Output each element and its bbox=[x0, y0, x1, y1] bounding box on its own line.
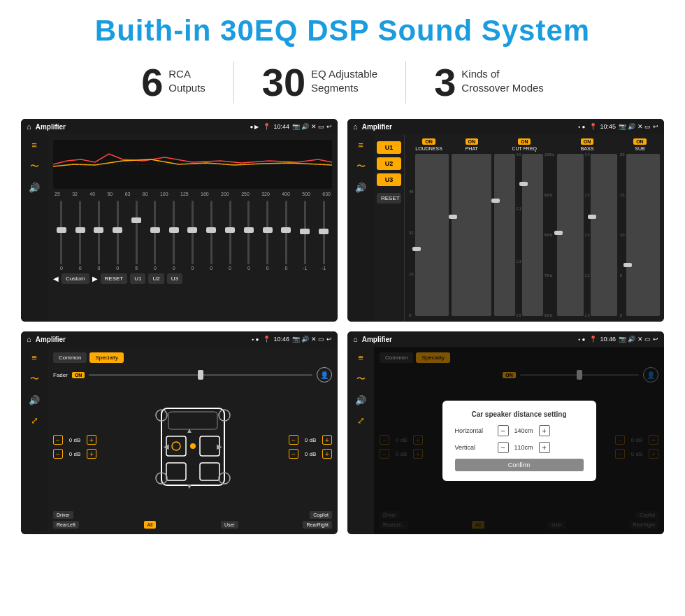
vol-minus-rr[interactable]: − bbox=[289, 449, 298, 459]
custom-preset-btn[interactable]: Custom bbox=[62, 273, 89, 284]
home-icon-2[interactable]: ⌂ bbox=[353, 122, 358, 131]
volume-icon-3[interactable]: 🔊 bbox=[29, 395, 40, 406]
eq-slider-8[interactable]: 0 bbox=[203, 201, 219, 271]
stat-label-rca: RCA Outputs bbox=[168, 63, 206, 94]
phat-slider[interactable] bbox=[452, 154, 491, 316]
wave-icon-4[interactable]: 〜 bbox=[356, 373, 366, 385]
status-icons-4: 📍 10:46 📷 🔊 ✕ ▭ ↩ bbox=[589, 336, 658, 343]
dialog-overlay: Car speaker distance setting Horizontal … bbox=[374, 347, 664, 534]
volume-icon-4[interactable]: 🔊 bbox=[355, 395, 366, 406]
specialty-tab[interactable]: Specialty bbox=[89, 352, 123, 363]
bass-slider-g[interactable] bbox=[591, 154, 616, 316]
sub-on[interactable]: ON bbox=[633, 138, 647, 145]
screenshots-grid: ⌂ Amplifier ● ▶ 📍 10:44 📷 🔊 ✕ ▭ ↩ ≡ 〜 🔊 bbox=[21, 119, 664, 534]
u1-btn-1[interactable]: U1 bbox=[130, 273, 145, 284]
vol-plus-fr[interactable]: + bbox=[322, 435, 332, 445]
vol-plus-fl[interactable]: + bbox=[87, 435, 96, 445]
svg-point-8 bbox=[190, 443, 196, 449]
arrows-icon-3[interactable]: ⤢ bbox=[31, 415, 38, 426]
fader-main: Common Specialty Fader ON 👤 bbox=[48, 347, 338, 534]
vertical-plus[interactable]: + bbox=[539, 442, 550, 453]
wave-icon-2[interactable]: 〜 bbox=[356, 160, 366, 173]
eq-slider-0[interactable]: 0 bbox=[53, 201, 70, 271]
vol-minus-rl[interactable]: − bbox=[53, 449, 63, 459]
home-icon-1[interactable]: ⌂ bbox=[27, 122, 31, 131]
eq-icon-2[interactable]: ≡ bbox=[358, 140, 363, 150]
vol-plus-rr[interactable]: + bbox=[322, 449, 332, 459]
vertical-minus[interactable]: − bbox=[498, 442, 509, 453]
svg-text:▲: ▲ bbox=[186, 427, 193, 434]
vol-value-rr: 0 dB bbox=[301, 451, 320, 457]
volume-icon-2[interactable]: 🔊 bbox=[355, 182, 366, 193]
wave-icon[interactable]: 〜 bbox=[30, 160, 39, 173]
eq-slider-14[interactable]: -1 bbox=[315, 201, 332, 271]
horizontal-minus[interactable]: − bbox=[498, 425, 509, 436]
volume-icon-1[interactable]: 🔊 bbox=[29, 182, 40, 193]
home-icon-4[interactable]: ⌂ bbox=[353, 335, 358, 343]
vol-minus-fr[interactable]: − bbox=[289, 435, 298, 445]
prev-arrow[interactable]: ◀ bbox=[53, 275, 59, 282]
bass-on[interactable]: ON bbox=[581, 138, 594, 145]
horizontal-plus[interactable]: + bbox=[539, 425, 550, 436]
app-name-3: Amplifier bbox=[36, 336, 248, 343]
eq-slider-2[interactable]: 0 bbox=[91, 201, 108, 271]
eq-icon-3[interactable]: ≡ bbox=[31, 352, 37, 363]
eq-slider-6[interactable]: 0 bbox=[166, 201, 182, 271]
sub-slider[interactable] bbox=[626, 154, 660, 316]
user-icon[interactable]: 👤 bbox=[317, 367, 332, 382]
rearright-btn[interactable]: RearRight bbox=[303, 521, 332, 529]
eq-icon-4[interactable]: ≡ bbox=[358, 352, 363, 363]
eq-slider-13[interactable]: -1 bbox=[296, 201, 313, 271]
reset-btn-2[interactable]: RESET bbox=[377, 193, 401, 203]
bass-slider-f[interactable] bbox=[557, 154, 583, 316]
driver-btn[interactable]: Driver bbox=[53, 511, 73, 519]
common-tab[interactable]: Common bbox=[53, 352, 87, 363]
loudness-on[interactable]: ON bbox=[422, 138, 435, 145]
eq-graph bbox=[53, 140, 332, 189]
cutfreq-slider-g[interactable] bbox=[494, 154, 514, 316]
vol-plus-rl[interactable]: + bbox=[87, 449, 96, 459]
vol-minus-fl[interactable]: − bbox=[53, 435, 63, 445]
fader-on-badge[interactable]: ON bbox=[72, 372, 85, 378]
eq-slider-9[interactable]: 0 bbox=[222, 201, 238, 271]
svg-rect-3 bbox=[166, 436, 186, 456]
bottom-labels-2: RearLeft All User RearRight bbox=[53, 521, 332, 529]
fader-track[interactable] bbox=[89, 374, 312, 376]
u1-btn-2[interactable]: U1 bbox=[377, 141, 401, 154]
horizontal-row: Horizontal − 140cm + bbox=[455, 425, 584, 436]
eq-slider-7[interactable]: 0 bbox=[185, 201, 201, 271]
eq-slider-10[interactable]: 0 bbox=[240, 201, 257, 271]
horizontal-control: − 140cm + bbox=[498, 425, 584, 436]
eq-slider-5[interactable]: 0 bbox=[147, 201, 164, 271]
svg-rect-2 bbox=[168, 412, 217, 429]
loudness-slider[interactable] bbox=[415, 154, 449, 316]
next-arrow[interactable]: ▶ bbox=[92, 275, 98, 282]
u2-btn-2[interactable]: U2 bbox=[377, 157, 401, 170]
phat-on[interactable]: ON bbox=[466, 138, 479, 145]
eq-slider-12[interactable]: 0 bbox=[278, 201, 295, 271]
app-name-4: Amplifier bbox=[362, 336, 575, 343]
reset-btn-1[interactable]: RESET bbox=[101, 273, 128, 284]
vol-control-fr: − 0 dB + bbox=[289, 435, 332, 445]
confirm-button[interactable]: Confirm bbox=[455, 459, 584, 471]
distance-main: Common Specialty ON 👤 bbox=[374, 347, 664, 534]
eq-slider-4[interactable]: 5 bbox=[128, 201, 145, 271]
u2-btn-1[interactable]: U2 bbox=[148, 273, 164, 284]
equalizer-icon[interactable]: ≡ bbox=[31, 140, 37, 150]
stats-row: 6 RCA Outputs 30 EQ Adjustable Segments … bbox=[21, 62, 664, 103]
eq-slider-1[interactable]: 0 bbox=[72, 201, 89, 271]
wave-icon-3[interactable]: 〜 bbox=[30, 373, 39, 385]
cutfreq-slider-f[interactable] bbox=[522, 154, 542, 316]
eq-slider-11[interactable]: 0 bbox=[259, 201, 276, 271]
user-btn[interactable]: User bbox=[221, 521, 238, 529]
eq-slider-3[interactable]: 0 bbox=[109, 201, 126, 271]
u3-btn-2[interactable]: U3 bbox=[377, 173, 401, 186]
cutfreq-on[interactable]: ON bbox=[518, 138, 531, 145]
car-svg: ▲ ▼ ◀ ▶ bbox=[151, 394, 235, 499]
home-icon-3[interactable]: ⌂ bbox=[27, 335, 31, 343]
all-btn[interactable]: All bbox=[144, 521, 157, 529]
rearleft-btn[interactable]: RearLeft bbox=[53, 521, 79, 529]
u3-btn-1[interactable]: U3 bbox=[167, 273, 182, 284]
copilot-btn[interactable]: Copilot bbox=[310, 511, 332, 519]
arrows-icon-4[interactable]: ⤢ bbox=[357, 415, 365, 426]
